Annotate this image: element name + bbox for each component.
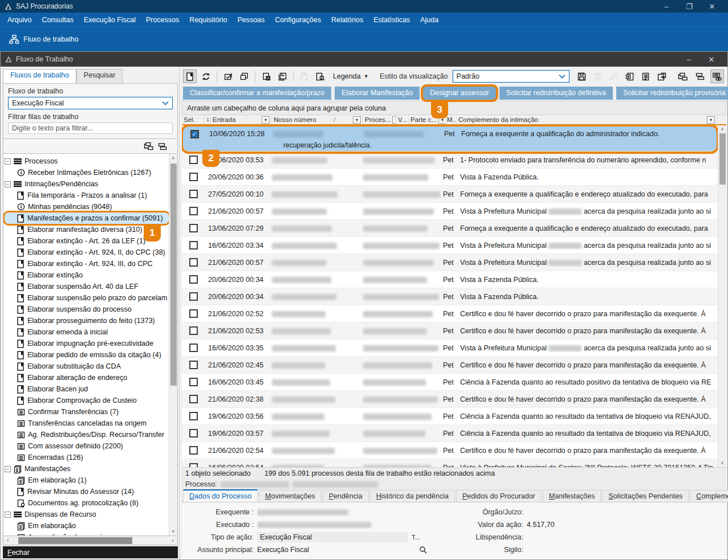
grid-row[interactable]: 16/06/2020 03:35PetVista à Prefeitura Mu… [182, 340, 718, 357]
copy-save-icon[interactable] [259, 70, 273, 83]
grid-row[interactable]: 27/05/2020 00:10PetForneça a exequente a… [182, 186, 718, 203]
tipo-acao-edit-button[interactable]: T... [412, 532, 426, 542]
filter-view-icon[interactable] [710, 70, 724, 83]
row-checkbox[interactable] [189, 156, 198, 164]
row-checkbox[interactable] [189, 309, 198, 318]
row-checkbox[interactable] [189, 412, 198, 420]
tree-item[interactable]: Ag. Redistribuições/Disp. Recurso/Transf… [5, 429, 169, 440]
scroll-right-icon[interactable]: › [168, 537, 177, 543]
grid-row[interactable]: 21/06/2020 02:52PetCertifico e dou fé ha… [182, 305, 718, 322]
detail-tab-dados-do-processo[interactable]: Dados do Processo [183, 489, 258, 502]
grid-row[interactable]: 19/06/2020 03:57PetCiência à Fazenda qua… [182, 425, 718, 442]
cascade-icon[interactable] [693, 70, 707, 83]
grid-row[interactable]: 16/06/2020 03:34PetVista à Prefeitura Mu… [182, 237, 718, 254]
tree-item[interactable]: Elaborar Comprovação de Custeio [5, 395, 169, 406]
tree-item[interactable]: Elaborar extinção - Art. 924, III, do CP… [5, 258, 169, 269]
detail-tab-pedidos-do-procurador[interactable]: Pedidos do Procurador [456, 490, 542, 502]
menu-item-relat-rios[interactable]: Relatórios [326, 13, 368, 27]
inner-minimize-icon[interactable]: – [677, 53, 700, 66]
elaborar-manifesta-o-button[interactable]: Elaborar Manifestação [335, 87, 420, 100]
card-icon[interactable] [183, 70, 197, 83]
detail-tab-movimenta-es[interactable]: Movimentações [259, 490, 322, 502]
tree-item[interactable]: Elaborar extinção - Art. 924, II, do CPC… [5, 247, 169, 258]
save-multiple-icon[interactable] [275, 70, 289, 83]
tree-item[interactable]: Revisar Minutas do Assessor (14) [5, 486, 169, 497]
tree-item[interactable]: Com assessor definido (2200) [5, 440, 169, 452]
tree-item[interactable]: Documentos ag. protocolização (8) [5, 497, 169, 509]
grid-row[interactable]: 21/06/2020 02:53PetCertifico e dou fé ha… [182, 322, 718, 340]
tab-fluxos-de-trabalho[interactable]: Fluxos de trabalho [3, 69, 76, 83]
tree-item[interactable]: Elaborar Bacen jud [5, 383, 169, 395]
row-checkbox[interactable] [189, 224, 198, 232]
menu-item-execu-o-fiscal[interactable]: Execução Fiscal [79, 13, 141, 27]
menu-item-arquivo[interactable]: Arquivo [2, 13, 36, 27]
excel-icon[interactable] [623, 70, 637, 83]
detail-tab-manifesta-es[interactable]: Manifestações [543, 490, 601, 502]
scroll-down-icon[interactable]: ˅ [721, 459, 723, 467]
save-icon[interactable] [575, 70, 589, 83]
row-checkbox[interactable] [189, 275, 198, 284]
grid-vertical-scrollbar[interactable]: ˄ ˅ [718, 125, 726, 467]
tree-item[interactable]: Elaborar alteração de endereço [5, 372, 169, 383]
filter-input[interactable]: Digite o texto para filtrar... [8, 122, 173, 134]
grid-row[interactable]: 20/06/2020 00:36PetVista à Fazenda Públi… [182, 169, 718, 186]
row-checkbox[interactable]: ✓ [190, 130, 199, 138]
collapse-icon[interactable]: − [5, 158, 11, 165]
column-header-v-[interactable]: V... [396, 115, 409, 124]
workflow-toolbar-button[interactable]: Fluxo de trabalho [6, 32, 82, 46]
menu-item-requisit-rio[interactable]: Requisitório [184, 13, 232, 27]
column-header-proces-[interactable]: Proces...▼ [363, 115, 396, 124]
row-checkbox[interactable] [189, 258, 198, 267]
tree-item[interactable]: Em elaboração [5, 520, 169, 532]
collapse-icon[interactable]: − [5, 466, 11, 472]
tab-pesquisar[interactable]: Pesquisar [76, 69, 123, 83]
row-checkbox[interactable] [189, 326, 198, 335]
grid-row[interactable]: 21/06/2020 02:54PetCertifico e dou fé ha… [182, 442, 718, 459]
tree-item[interactable]: Elaborar suspensão pelo prazo do parcela… [5, 292, 169, 304]
tree-item[interactable]: −Intimações/Pendências [5, 178, 169, 190]
tree-item[interactable]: Encerradas (126) [5, 452, 169, 463]
hierarchy-icon[interactable] [144, 142, 153, 150]
menu-item-ajuda[interactable]: Ajuda [415, 13, 444, 27]
solicitar-redistribui-o-definitiva-button[interactable]: Solicitar redistribuição definitiva [499, 87, 613, 100]
inner-close-icon[interactable]: ✕ [700, 53, 723, 66]
solicitar-redistribui-o-provis-ria-button[interactable]: Solicitar redistribuição provisória [616, 87, 728, 100]
grid-row[interactable]: 20/06/2020 03:53Pet1- Protocolo enviado … [182, 152, 718, 169]
row-checkbox[interactable] [189, 463, 198, 467]
menu-item-consultas[interactable]: Consultas [36, 13, 79, 27]
tree-item[interactable]: Elaborar extinção [5, 269, 169, 281]
hierarchy-icon[interactable] [676, 70, 690, 83]
scroll-up-icon[interactable]: ˄ [169, 154, 178, 162]
tree-item[interactable]: Receber Intimações Eletrônicas (1267) [5, 167, 169, 178]
grid-row[interactable]: 16/06/2020 03:45PetCiência à Fazenda qua… [182, 374, 718, 391]
tree-item[interactable]: Elaborar substituição da CDA [5, 361, 169, 372]
row-checkbox[interactable] [189, 173, 198, 181]
column-header-complemento-da-intima-o[interactable]: Complemento da intimação▼ [457, 115, 717, 124]
tree-horizontal-scrollbar[interactable]: ‹ › [3, 536, 178, 545]
column-header-nosso-n-mero[interactable]: Nosso número/▼ [272, 115, 363, 124]
row-checkbox[interactable] [189, 395, 198, 403]
tree-item[interactable]: Elaborar emenda à inicial [5, 326, 169, 338]
grid-row[interactable]: 21/06/2020 02:45PetCertifico e dou fé ha… [182, 357, 718, 374]
tree-item[interactable]: Manifestações e prazos a confirmar (5091… [5, 212, 169, 224]
tree-item[interactable]: Confirmar Transferências (7) [5, 406, 169, 418]
menu-item-processos[interactable]: Processos [141, 13, 184, 27]
filter-icon[interactable]: ▼ [262, 116, 270, 124]
tree-item[interactable]: Fila temporária - Prazos a analisar (1) [5, 190, 169, 201]
classificar-confirmar-a-manifesta-o-prazo-button[interactable]: Classificar/confirmar a manifestação/pra… [183, 87, 331, 100]
tree-item[interactable]: Elaborar suspensão Art. 40 da LEF [5, 281, 169, 292]
detail-tab-pend-ncia[interactable]: Pendência [323, 490, 369, 502]
scroll-left-icon[interactable]: ‹ [3, 537, 13, 543]
group-by-bar[interactable]: Arraste um cabeçalho de coluna aqui para… [182, 101, 726, 115]
tree-item[interactable]: −Dispensas de Recurso [5, 509, 169, 520]
grid-row[interactable]: ✓10/06/2020 15:28PetForneça a exequente … [183, 126, 717, 152]
grid-row[interactable]: 16/06/2020 02:54PetVista à Prefeitura Mu… [182, 459, 718, 467]
row-checkbox[interactable] [189, 241, 198, 250]
clear-selection-icon[interactable] [237, 70, 251, 83]
tree-item[interactable]: −Processos [5, 156, 169, 167]
fechar-button[interactable]: Fechar [3, 546, 178, 558]
grid-row[interactable]: 21/06/2020 00:57PetVista à Prefeitura Mu… [182, 203, 718, 220]
restore-icon[interactable]: ❐ [678, 0, 701, 13]
scroll-down-icon[interactable]: ˅ [169, 527, 178, 536]
workflow-select[interactable]: Execução Fiscal [8, 97, 173, 109]
